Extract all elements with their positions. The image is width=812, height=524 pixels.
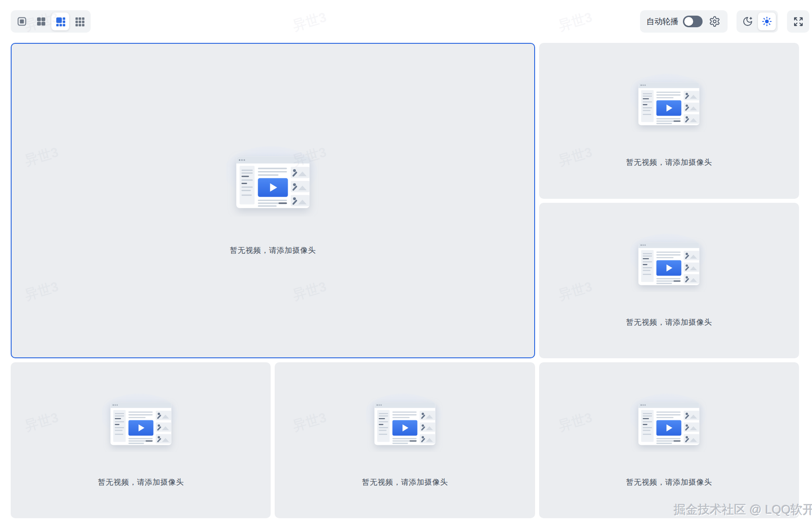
layout-quad-button[interactable]	[32, 13, 50, 30]
layout-focus-icon	[55, 16, 66, 27]
video-panel-4[interactable]: 暂无视频，请添加摄像头	[11, 362, 271, 518]
video-panel-6[interactable]: 暂无视频，请添加摄像头	[539, 362, 799, 518]
empty-video-illustration	[226, 146, 320, 217]
layout-single-button[interactable]	[13, 13, 31, 30]
layout-focus-button[interactable]	[51, 13, 69, 30]
video-panel-2[interactable]: 暂无视频，请添加摄像头	[539, 43, 799, 199]
video-grid: 暂无视频，请添加摄像头 暂无视频，请添加摄像头 暂无视频，请添加摄像头 暂无视频…	[11, 43, 799, 518]
video-panel-3[interactable]: 暂无视频，请添加摄像头	[539, 203, 799, 359]
empty-video-illustration	[630, 394, 708, 452]
moon-icon	[742, 16, 753, 27]
layout-switcher-group	[11, 10, 91, 33]
sun-icon	[762, 16, 772, 27]
empty-video-text: 暂无视频，请添加摄像头	[98, 477, 184, 487]
theme-switch-group	[737, 10, 778, 33]
toggle-knob	[684, 17, 693, 26]
empty-video-text: 暂无视频，请添加摄像头	[626, 157, 712, 168]
fullscreen-group	[787, 10, 809, 33]
video-panel-1[interactable]: 暂无视频，请添加摄像头	[11, 43, 535, 358]
toolbar-right-cluster: 自动轮播	[640, 10, 809, 33]
settings-button[interactable]	[708, 15, 721, 28]
fullscreen-expand-icon	[793, 16, 804, 27]
gear-icon	[709, 16, 720, 27]
empty-video-text: 暂无视频，请添加摄像头	[230, 245, 316, 256]
layout-nine-button[interactable]	[71, 13, 88, 30]
top-toolbar: 自动轮播	[11, 10, 809, 33]
fullscreen-button[interactable]	[789, 13, 807, 30]
empty-video-illustration	[630, 74, 708, 132]
empty-video-text: 暂无视频，请添加摄像头	[626, 477, 712, 487]
light-mode-button[interactable]	[758, 13, 776, 30]
video-panel-5[interactable]: 暂无视频，请添加摄像头	[275, 362, 535, 518]
layout-quad-icon	[36, 16, 46, 27]
layout-single-icon	[17, 16, 27, 27]
empty-video-illustration	[630, 234, 708, 292]
auto-carousel-toggle[interactable]	[683, 16, 703, 27]
auto-carousel-group: 自动轮播	[640, 10, 728, 33]
auto-carousel-label: 自动轮播	[646, 16, 678, 27]
empty-video-illustration	[366, 394, 444, 452]
empty-video-text: 暂无视频，请添加摄像头	[362, 477, 448, 487]
dark-mode-button[interactable]	[739, 13, 757, 30]
empty-video-illustration	[102, 394, 180, 452]
empty-video-text: 暂无视频，请添加摄像头	[626, 317, 712, 327]
layout-nine-icon	[74, 16, 85, 27]
